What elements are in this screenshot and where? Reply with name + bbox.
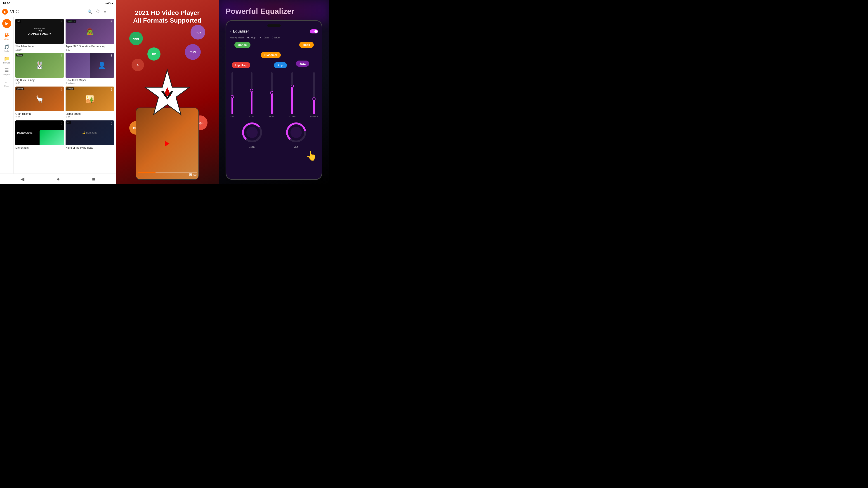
eq-knob-3d-container: 3D: [285, 121, 307, 149]
genre-tag-dance[interactable]: Dance: [235, 42, 250, 48]
sidebar-item-more[interactable]: ··· More: [0, 77, 13, 89]
eq-slider-230hz: 230Hz: [249, 72, 254, 118]
star-logo-icon: [143, 67, 192, 117]
eq-header-title: Equalizer: [233, 29, 310, 33]
eq-knob-3d-label: 3D: [294, 145, 298, 149]
eq-back-button[interactable]: ‹: [230, 29, 231, 33]
eq-slider-fill-14000hz: [313, 100, 315, 114]
bottom-nav: ◀ ● ■: [0, 173, 116, 184]
eq-freq-label-14000hz: 14000Hz: [310, 115, 318, 118]
history-icon[interactable]: ⏱: [96, 9, 100, 14]
audio-icon: 🎵: [4, 44, 9, 50]
video-item-night[interactable]: 🌙 Dark road SD ⋮ Night of the living dea…: [66, 121, 114, 150]
video-item-llama[interactable]: 🏜️ 1080p ⋮ Llama drama 1:30: [66, 87, 114, 119]
genre-tag-pop[interactable]: Pop: [274, 62, 287, 68]
sidebar-label-playlists: Playlists: [3, 73, 10, 76]
video-more-gran[interactable]: ⋮: [60, 88, 63, 91]
vlc-content: ▶ 📽 Video 🎵 Audio 📁 Browse ☰ Playlists: [0, 17, 116, 173]
video-item-bigbuck[interactable]: 🐰 720p ⋮ Big Buck Bunny 9:56: [16, 53, 64, 85]
video-title-night: Night of the living dead: [66, 146, 114, 150]
video-item-micronauts[interactable]: MICRONAUTS ⋮ Micronauts: [16, 121, 64, 150]
eq-preset-custom[interactable]: Custom: [272, 36, 280, 39]
video-thumb-agent327: 🧟 1080p ✓ ⋮: [66, 19, 114, 44]
video-item-gran[interactable]: 🦙 1080p ⋮ Gran dillama 2:26: [16, 87, 64, 119]
eq-slider-track-3600hz[interactable]: [291, 72, 293, 114]
vlc-logo-icon: ▶: [2, 8, 8, 15]
video-item-adventurer[interactable]: CHAPTER TWO The ADVENTURER SD ⋮ The Adve…: [16, 19, 64, 51]
video-thumb-bigbuck: 🐰 720p ⋮: [16, 53, 64, 78]
eq-slider-track-230hz[interactable]: [251, 72, 252, 114]
eq-slider-14000hz: 14000Hz: [310, 72, 318, 118]
sidebar-label-video: Video: [4, 38, 9, 40]
video-item-agent327[interactable]: 🧟 1080p ✓ ⋮ Agent 327 Operation Barbersh…: [66, 19, 114, 51]
eq-sliders: 60Hz 230Hz 910Hz: [230, 72, 318, 118]
svg-point-7: [246, 127, 258, 138]
ad-phone-play-icon: [165, 141, 169, 147]
video-duration-adventurer: 18:59: [16, 48, 64, 51]
sidebar-item-browse[interactable]: 📁 Browse: [0, 54, 13, 66]
eq-slider-track-14000hz[interactable]: [313, 72, 315, 114]
home-button[interactable]: ●: [57, 176, 60, 182]
battery-icon: ■: [112, 2, 113, 4]
vlc-panel: 10:00 ▲4G ■ ▶ VLC 🔍 ⏱ ≡ ⋮ ▶: [0, 0, 116, 184]
play-icon: ▶: [5, 21, 8, 26]
video-more-agent327[interactable]: ⋮: [110, 20, 113, 24]
more-menu-icon[interactable]: ⋮: [110, 9, 114, 14]
sidebar-label-browse: Browse: [3, 62, 10, 64]
ad-phone-screen: ⊞ ▭: [136, 108, 198, 180]
eq-preset-jazz[interactable]: Jazz: [264, 36, 269, 39]
video-thumb-gran: 🦙 1080p ⋮: [16, 87, 64, 111]
video-more-night[interactable]: ⋮: [110, 121, 113, 125]
video-badge-llama-1080p: 1080p: [66, 88, 74, 90]
video-more-dewtown[interactable]: ⋮: [110, 54, 113, 57]
eq-knob-bass[interactable]: [241, 121, 264, 144]
video-duration-agent327: 3:51: [66, 48, 114, 51]
eq-preset-hiphop[interactable]: Hip Hop: [246, 36, 255, 39]
genre-tag-classical[interactable]: Classical: [261, 52, 281, 58]
video-duration-llama: 1:30: [66, 116, 114, 119]
genre-tag-jazz[interactable]: Jazz: [296, 61, 309, 67]
genre-tag-rock[interactable]: Rock: [299, 42, 314, 48]
sidebar-item-video[interactable]: 📽 Video: [0, 31, 13, 42]
back-button[interactable]: ◀: [21, 176, 24, 182]
video-title-gran: Gran dillama: [16, 112, 64, 116]
eq-presets: Heavy Metal Hip Hop ▼ Jazz Custom: [230, 36, 318, 39]
eq-knob-bass-container: Bass: [241, 121, 264, 149]
video-item-dewtown[interactable]: 👤 ⋮ Dew Town Mayor 2 videos: [66, 53, 114, 85]
video-thumb-adventurer: CHAPTER TWO The ADVENTURER SD ⋮: [16, 19, 64, 44]
video-more-micronauts[interactable]: ⋮: [60, 121, 63, 125]
eq-slider-fill-230hz: [251, 91, 252, 114]
genre-tag-hiphop[interactable]: Hip Hop: [232, 62, 250, 68]
format-bubble-mkv: mkv: [185, 44, 201, 60]
eq-slider-track-910hz[interactable]: [271, 72, 273, 114]
video-more-bigbuck[interactable]: ⋮: [60, 54, 63, 57]
sidebar-item-playlists[interactable]: ☰ Playlists: [0, 66, 13, 77]
sidebar-item-audio[interactable]: 🎵 Audio: [0, 42, 13, 54]
eq-knob-3d[interactable]: [285, 121, 307, 144]
playlists-icon: ☰: [5, 68, 9, 73]
video-title-adventurer: The Adventurer: [16, 45, 64, 48]
signal-icon: ▲4G: [105, 2, 111, 4]
eq-preset-heavymetal[interactable]: Heavy Metal: [230, 36, 244, 39]
eq-freq-label-910hz: 910Hz: [269, 115, 275, 118]
search-icon[interactable]: 🔍: [88, 9, 92, 14]
ad-panel: 2021 HD Video Player All Formats Support…: [116, 0, 219, 184]
dewtown-half1: [66, 53, 90, 78]
eq-toggle[interactable]: [310, 29, 318, 33]
video-badge-gran-1080p: 1080p: [16, 88, 24, 90]
video-more-adventurer[interactable]: ⋮: [60, 20, 63, 24]
eq-slider-fill-910hz: [271, 93, 273, 114]
video-grid-container: CHAPTER TWO The ADVENTURER SD ⋮ The Adve…: [13, 17, 116, 173]
sort-icon[interactable]: ≡: [104, 9, 106, 14]
recent-button[interactable]: ■: [92, 176, 95, 182]
eq-slider-track-60hz[interactable]: [231, 72, 233, 114]
format-bubble-ogg: ogg: [129, 32, 143, 45]
video-title-dewtown: Dew Town Mayor: [66, 78, 114, 82]
play-button[interactable]: ▶: [2, 19, 11, 28]
video-grid: CHAPTER TWO The ADVENTURER SD ⋮ The Adve…: [16, 19, 114, 150]
video-more-llama[interactable]: ⋮: [110, 88, 113, 91]
eq-slider-thumb-14000hz: [312, 97, 315, 101]
browse-icon: 📁: [4, 56, 9, 61]
eq-genres-area: Dance Rock Classical Hip Hop Jazz: [230, 41, 318, 72]
ad-phone-mockup: ⊞ ▭: [135, 107, 199, 180]
